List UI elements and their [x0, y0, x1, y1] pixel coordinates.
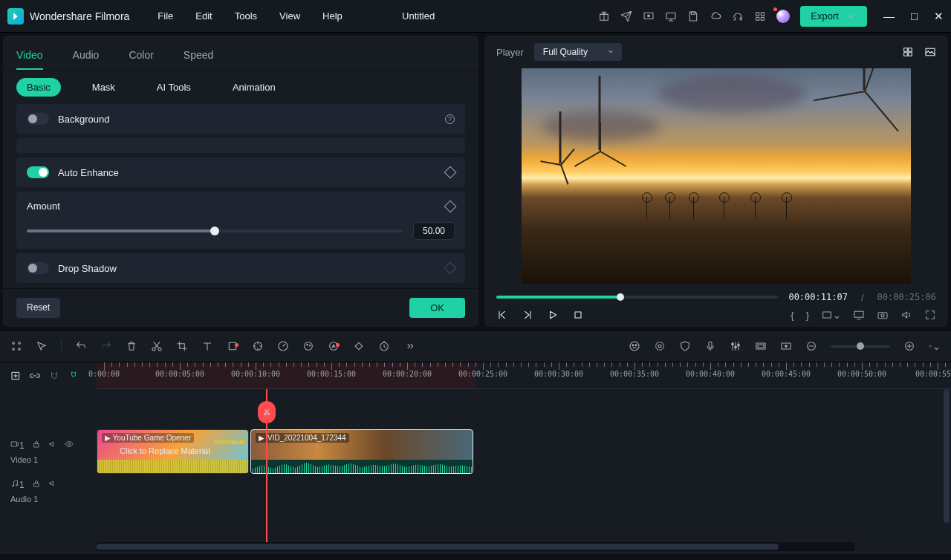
- delete-icon[interactable]: [126, 340, 137, 352]
- prev-frame-button[interactable]: [496, 309, 508, 321]
- mark-out-icon[interactable]: }: [806, 310, 809, 321]
- svg-rect-17: [878, 313, 887, 319]
- timeline-vertical-scrollbar[interactable]: [944, 389, 950, 523]
- menu-edit[interactable]: Edit: [195, 10, 212, 22]
- preview-video[interactable]: [522, 68, 911, 284]
- keyframe-icon[interactable]: [444, 166, 457, 179]
- amount-keyframe-icon[interactable]: [444, 200, 457, 212]
- effects-icon[interactable]: [252, 340, 264, 352]
- quality-dropdown[interactable]: Full Quality: [534, 43, 622, 61]
- clip-video[interactable]: ▶ VID_20221004_172344: [250, 429, 473, 474]
- marker-icon[interactable]: [780, 340, 792, 352]
- subtab-basic[interactable]: Basic: [16, 78, 61, 97]
- grid-view-icon[interactable]: [902, 46, 914, 58]
- text-icon[interactable]: [201, 340, 213, 352]
- next-frame-button[interactable]: [522, 309, 533, 321]
- subtab-animation[interactable]: Animation: [222, 78, 286, 97]
- apps-icon[interactable]: [754, 10, 766, 22]
- stop-button[interactable]: [572, 309, 584, 321]
- cut-icon[interactable]: [151, 340, 163, 352]
- user-avatar[interactable]: [776, 10, 790, 23]
- tab-audio[interactable]: Audio: [73, 42, 100, 70]
- headphones-icon[interactable]: [732, 10, 744, 22]
- link-icon[interactable]: [30, 371, 40, 381]
- properties-body: Background ? Auto Enhance Amount: [3, 104, 478, 288]
- save-icon[interactable]: [687, 10, 699, 22]
- video-track[interactable]: ▶ YouTube Game Opener CONTINUE Click to …: [97, 426, 951, 477]
- undo-icon[interactable]: [75, 340, 87, 352]
- track-options-icon[interactable]: ⌄: [929, 340, 941, 352]
- tab-speed[interactable]: Speed: [184, 42, 213, 70]
- amount-value[interactable]: 50.00: [413, 222, 455, 240]
- display-icon[interactable]: [853, 309, 865, 321]
- select-tool-icon[interactable]: [36, 340, 48, 352]
- timeline-tracks[interactable]: ▶ YouTube Game Opener CONTINUE Click to …: [97, 389, 951, 542]
- timeline-scrollbar[interactable]: [97, 542, 854, 551]
- lock-icon[interactable]: [32, 440, 41, 451]
- svg-point-22: [19, 348, 21, 351]
- audio-lock-icon[interactable]: [32, 479, 41, 490]
- volume-icon[interactable]: [900, 309, 912, 321]
- help-icon[interactable]: ?: [445, 114, 455, 124]
- snap-icon[interactable]: [68, 371, 79, 381]
- add-track-icon[interactable]: [10, 371, 21, 381]
- ok-button[interactable]: OK: [409, 298, 465, 318]
- image-icon[interactable]: [924, 46, 936, 58]
- timer-icon[interactable]: [378, 340, 390, 352]
- playhead[interactable]: [266, 389, 267, 542]
- apps-tool-icon[interactable]: [10, 340, 22, 352]
- mark-in-icon[interactable]: {: [791, 310, 793, 321]
- magnet-icon[interactable]: [49, 371, 59, 381]
- zoom-slider[interactable]: [831, 345, 890, 348]
- cloud-icon[interactable]: [710, 10, 721, 22]
- safe-zone-icon[interactable]: [755, 340, 767, 352]
- timeline-ruler[interactable]: 0:00:0000:00:05:0000:00:10:0000:00:15:00…: [97, 362, 951, 389]
- ai-icon[interactable]: [328, 340, 340, 352]
- preview-progress[interactable]: [496, 296, 778, 299]
- shield-icon[interactable]: [679, 340, 691, 352]
- zoom-in-icon[interactable]: [903, 340, 915, 352]
- minimize-button[interactable]: —: [883, 10, 895, 23]
- auto-enhance-toggle[interactable]: [27, 166, 49, 178]
- play-button[interactable]: [547, 309, 559, 321]
- snapshot-icon[interactable]: [877, 309, 889, 321]
- monitor-icon[interactable]: [665, 10, 677, 22]
- more-icon[interactable]: [403, 340, 415, 352]
- crop-icon[interactable]: [176, 340, 188, 352]
- clip-youtube-opener[interactable]: ▶ YouTube Game Opener CONTINUE Click to …: [97, 429, 249, 474]
- audio-mute-icon[interactable]: [48, 479, 57, 490]
- adjustment-icon[interactable]: [654, 340, 666, 352]
- mic-icon[interactable]: [704, 340, 716, 352]
- svg-point-29: [307, 344, 308, 345]
- send-icon[interactable]: [620, 10, 632, 22]
- export-button[interactable]: Export: [800, 6, 867, 27]
- maximize-button[interactable]: □: [911, 10, 918, 23]
- tab-video[interactable]: Video: [16, 42, 43, 70]
- background-toggle[interactable]: [27, 113, 49, 125]
- menu-file[interactable]: File: [158, 10, 173, 22]
- tab-color[interactable]: Color: [129, 42, 153, 70]
- visibility-icon[interactable]: [65, 440, 74, 451]
- speed-icon[interactable]: [277, 340, 289, 352]
- mute-icon[interactable]: [48, 440, 57, 451]
- color-icon[interactable]: [302, 340, 314, 352]
- screen-record-icon[interactable]: [643, 10, 655, 22]
- keyframe-tool-icon[interactable]: [353, 340, 365, 352]
- audio-track[interactable]: [97, 477, 951, 505]
- crop-zoom-icon[interactable]: [227, 340, 238, 352]
- zoom-out-icon[interactable]: [805, 340, 817, 352]
- fullscreen-icon[interactable]: [924, 309, 936, 321]
- drop-shadow-toggle[interactable]: [27, 262, 49, 274]
- subtab-mask[interactable]: Mask: [82, 78, 126, 97]
- close-button[interactable]: ✕: [934, 10, 944, 23]
- reset-button[interactable]: Reset: [16, 298, 60, 318]
- gift-icon[interactable]: [598, 10, 610, 22]
- ratio-icon[interactable]: ⌄: [821, 309, 841, 321]
- mixer-icon[interactable]: [730, 340, 741, 352]
- subtab-ai-tools[interactable]: AI Tools: [146, 78, 201, 97]
- amount-slider[interactable]: [27, 229, 403, 232]
- ai-active-icon[interactable]: [629, 340, 640, 352]
- audio-track-icon: 1: [10, 479, 25, 490]
- cut-badge[interactable]: [258, 401, 276, 423]
- redo-icon[interactable]: [100, 340, 112, 352]
